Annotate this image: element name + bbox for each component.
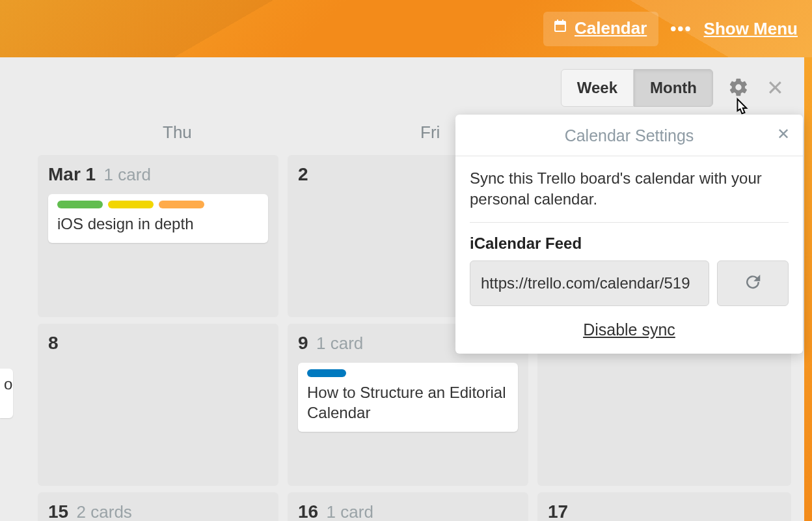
- refresh-icon: [743, 272, 763, 294]
- card-editorial-calendar[interactable]: How to Structure an Editorial Calendar: [298, 363, 518, 432]
- icalendar-feed-input[interactable]: [470, 260, 709, 306]
- card-labels: [57, 201, 259, 208]
- card-title: How to Structure an Editorial Calendar: [307, 382, 509, 423]
- more-menu-icon[interactable]: •••: [670, 19, 692, 39]
- card-ios-design[interactable]: iOS design in depth: [48, 194, 268, 243]
- cell-date: 8: [48, 333, 59, 353]
- feed-row: [470, 260, 789, 306]
- card-title: iOS design in depth: [57, 214, 259, 234]
- icalendar-feed-label: iCalendar Feed: [470, 234, 789, 253]
- card-left-edge-char: o: [4, 375, 12, 393]
- show-menu-link[interactable]: Show Menu: [704, 19, 798, 39]
- calendar-settings-popover: Calendar Settings ✕ Sync this Trello boa…: [455, 115, 803, 354]
- cell-count: 1 card: [316, 333, 363, 353]
- label-blue: [307, 369, 346, 377]
- column-header-thu: Thu: [163, 122, 192, 143]
- cell-date: Mar 1: [48, 164, 96, 184]
- disable-sync-link[interactable]: Disable sync: [470, 320, 789, 339]
- refresh-feed-button[interactable]: [717, 260, 789, 306]
- cell-15[interactable]: 15 2 cards: [38, 492, 278, 521]
- settings-gear-button[interactable]: [727, 77, 750, 99]
- header-right: Calendar ••• Show Menu: [543, 12, 798, 46]
- cell-date: 17: [548, 501, 568, 521]
- cell-date: 2: [298, 164, 308, 184]
- popover-description: Sync this Trello board's calendar with y…: [470, 168, 789, 223]
- popover-header: Calendar Settings ✕: [455, 126, 803, 156]
- cell-16[interactable]: 16 1 card: [288, 492, 528, 521]
- cell-date: 16: [298, 501, 318, 521]
- popover-close-button[interactable]: ✕: [777, 125, 790, 143]
- calendar-powerup-button[interactable]: Calendar: [543, 12, 658, 46]
- month-toggle[interactable]: Month: [634, 69, 713, 107]
- cell-8[interactable]: 8: [38, 324, 278, 486]
- cell-count: 1 card: [104, 165, 151, 184]
- card-labels: [307, 369, 509, 377]
- column-header-fri: Fri: [420, 122, 440, 143]
- cell-date: 9: [298, 333, 308, 353]
- gear-icon: [728, 77, 749, 100]
- calendar-powerup-label: Calendar: [575, 18, 647, 38]
- label-orange: [159, 201, 204, 208]
- close-icon: ✕: [766, 76, 784, 100]
- label-green: [57, 201, 103, 208]
- cell-count: 1 card: [327, 502, 373, 521]
- cell-date: 15: [48, 501, 68, 521]
- cell-count: 2 cards: [77, 502, 132, 521]
- card-left-edge[interactable]: o: [0, 369, 13, 418]
- close-calendar-button[interactable]: ✕: [764, 77, 786, 99]
- calendar-icon: [552, 18, 568, 38]
- close-icon: ✕: [777, 125, 790, 143]
- week-toggle[interactable]: Week: [561, 69, 634, 107]
- panel-toolbar: Week Month ✕: [561, 69, 786, 107]
- popover-body: Sync this Trello board's calendar with y…: [455, 156, 803, 339]
- cell-17[interactable]: 17: [537, 492, 791, 521]
- label-yellow: [108, 201, 154, 208]
- view-toggle: Week Month: [561, 69, 713, 107]
- orange-stripe-right: [804, 57, 812, 521]
- cell-mar-1[interactable]: Mar 1 1 card iOS design in depth: [38, 155, 278, 317]
- popover-title: Calendar Settings: [565, 126, 694, 145]
